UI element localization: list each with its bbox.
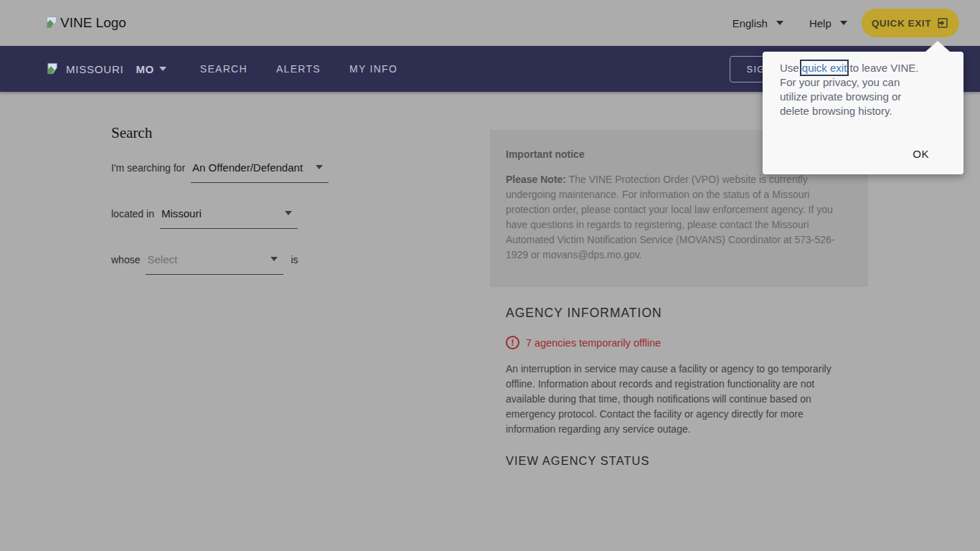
page-title: Search (111, 124, 441, 142)
vinelink-page: { "topbar": { "logo_alt": "VINE Logo", "… (0, 0, 980, 551)
view-agency-status-link[interactable]: VIEW AGENCY STATUS (506, 454, 649, 468)
agencies-offline-text: 7 agencies temporarily offline (526, 337, 661, 349)
broken-image-icon (46, 62, 60, 76)
whose-select[interactable]: Select (146, 253, 283, 275)
broken-image-icon (46, 16, 59, 30)
language-dropdown[interactable]: English (732, 17, 783, 29)
whose-suffix: is (291, 254, 298, 265)
nav-item-my-info[interactable]: MY INFO (349, 63, 397, 75)
help-label: Help (809, 17, 831, 29)
topbar-actions: English Help QUICK EXIT (732, 0, 959, 46)
tooltip-arrow (925, 41, 950, 52)
agencies-offline-alert[interactable]: ! 7 agencies temporarily offline (506, 336, 864, 349)
agency-information-title: AGENCY INFORMATION (506, 306, 864, 321)
chevron-down-icon (270, 257, 278, 261)
chevron-down-icon (840, 21, 847, 25)
located-in-select[interactable]: Missouri (160, 207, 298, 229)
searching-for-value: An Offender/Defendant (192, 161, 303, 174)
navbar-left: MISSOURI MO SEARCH ALERTS MY INFO (46, 46, 397, 92)
agency-description: An interruption in service may cause a f… (506, 362, 864, 437)
located-in-value: Missouri (161, 207, 202, 220)
quick-exit-label: QUICK EXIT (872, 18, 931, 29)
state-abbr-label: MO (136, 63, 154, 75)
agency-information-section: AGENCY INFORMATION ! 7 agencies temporar… (506, 306, 864, 468)
logo-alt-text: VINE Logo (60, 15, 126, 31)
nav-item-search[interactable]: SEARCH (200, 63, 248, 75)
vine-logo[interactable]: VINE Logo (46, 0, 126, 46)
located-in-label: located in (111, 208, 154, 220)
state-selector-dropdown[interactable]: MO (136, 63, 166, 75)
tooltip-prefix: Use (780, 62, 802, 74)
whose-label: whose (111, 254, 140, 265)
searching-for-row: I'm searching for An Offender/Defendant (111, 161, 329, 183)
language-label: English (732, 17, 768, 29)
chevron-down-icon (285, 211, 292, 215)
tooltip-text: Use quick exit to leave VINE. For your p… (780, 61, 918, 118)
chevron-down-icon (316, 165, 323, 169)
quick-exit-tooltip: Use quick exit to leave VINE. For your p… (763, 52, 963, 174)
state-name: MISSOURI (66, 63, 124, 75)
located-in-row: located in Missouri (111, 207, 298, 229)
nav-item-alerts[interactable]: ALERTS (276, 63, 321, 75)
chevron-down-icon (159, 67, 166, 71)
quick-exit-link[interactable]: quick exit (802, 62, 847, 74)
alert-circle-icon: ! (506, 336, 519, 349)
exit-icon (936, 17, 949, 29)
searching-for-select[interactable]: An Offender/Defendant (191, 161, 329, 183)
quick-exit-button[interactable]: QUICK EXIT (862, 9, 959, 37)
ok-button[interactable]: OK (913, 148, 929, 160)
top-bar: VINE Logo English Help QUICK EXIT (0, 0, 980, 46)
whose-placeholder: Select (147, 253, 177, 265)
notice-bold-prefix: Please Note: (506, 174, 566, 185)
whose-row: whose Select is (111, 253, 298, 275)
help-dropdown[interactable]: Help (809, 17, 847, 29)
notice-body-text: The VINE Protection Order (VPO) website … (506, 174, 835, 260)
search-panel: Search I'm searching for An Offender/Def… (111, 124, 441, 142)
notice-body: Please Note: The VINE Protection Order (… (506, 172, 854, 263)
chevron-down-icon (776, 21, 783, 25)
searching-for-label: I'm searching for (111, 162, 185, 174)
